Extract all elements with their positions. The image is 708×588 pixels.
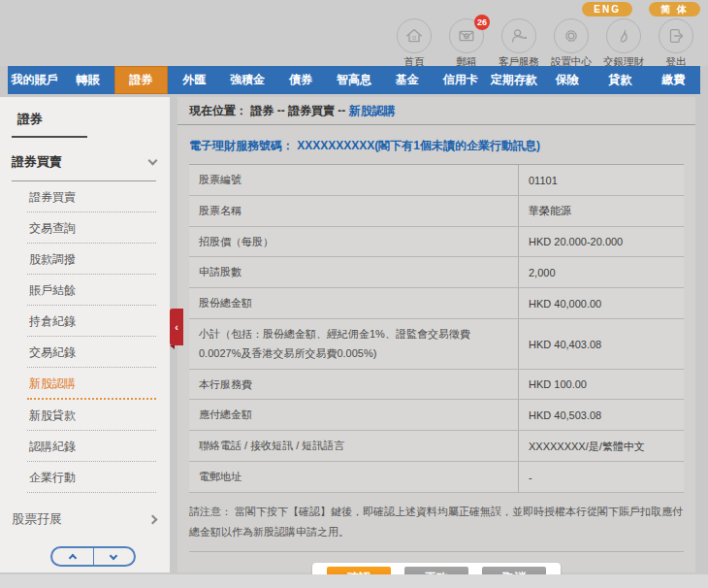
ebanking-service-number: 電子理財服務號碼： XXXXXXXXXX(閣下有1個未讀的企業行動訊息) bbox=[189, 138, 684, 154]
home-icon bbox=[397, 18, 432, 53]
row-value-contact-phone: XXXXXXXX/是/繁體中文 bbox=[519, 431, 684, 461]
main-nav: 我的賬戶 轉賬 證券 外匯 強積金 債券 智高息 基金 信用卡 定期存款 保險 … bbox=[8, 66, 700, 94]
row-value-stock-code: 01101 bbox=[519, 165, 684, 195]
nav-bonds[interactable]: 債券 bbox=[274, 66, 328, 94]
sidebar-section-label: 證券買賣 bbox=[12, 153, 62, 171]
nav-funds[interactable]: 基金 bbox=[380, 66, 434, 94]
mailbox-shortcut[interactable]: 26 郵箱 bbox=[440, 18, 493, 69]
sidebar-item-ipo-loan[interactable]: 新股貸款 bbox=[27, 400, 156, 431]
table-row: 小計（包括：股份總金額、經紀佣金1%、證監會交易徵費0.0027%及香港交易所交… bbox=[189, 319, 684, 370]
sidebar-item-corporate-action[interactable]: 企業行動 bbox=[27, 462, 156, 493]
ipo-detail-table: 股票編號 01101 股票名稱 華榮能源 招股價（每股） HKD 20.000-… bbox=[189, 164, 684, 493]
mail-icon: 26 bbox=[449, 18, 484, 53]
breadcrumb-prefix: 現在位置： 證券 -- 證券買賣 -- bbox=[189, 104, 349, 117]
row-label-email: 電郵地址 bbox=[189, 462, 519, 492]
table-row: 股票編號 01101 bbox=[189, 165, 684, 196]
bottom-strip bbox=[0, 574, 708, 588]
nav-time-deposit[interactable]: 定期存款 bbox=[487, 66, 540, 94]
main-panel: 現在位置： 證券 -- 證券買賣 -- 新股認購 電子理財服務號碼： XXXXX… bbox=[177, 97, 695, 572]
settings-shortcut[interactable]: 設置中心 bbox=[545, 18, 597, 69]
row-label-total-payable: 應付總金額 bbox=[189, 400, 519, 430]
top-header: ENG 简 体 首頁 26 郵箱 bbox=[0, 0, 708, 66]
sidebar-item-securities-trading[interactable]: 證券買賣 bbox=[27, 181, 156, 212]
sidebar-item-ipo-subscription[interactable]: 新股認購 bbox=[27, 368, 156, 400]
sidebar-title: 證券 bbox=[17, 111, 170, 128]
row-value-total-payable: HKD 40,503.08 bbox=[519, 400, 684, 430]
sidebar-section2-label: 股票孖展 bbox=[12, 510, 62, 528]
settings-icon bbox=[554, 18, 589, 53]
logout-shortcut[interactable]: 登出 bbox=[650, 18, 702, 69]
sidebar-item-order-enquiry[interactable]: 交易查詢 bbox=[27, 212, 156, 244]
bocom-wealth-icon bbox=[606, 18, 641, 53]
confirmation-note: 請注意： 當閣下按下【確認】鍵後，即確認上述資料均屬正確無誤，並即時授權本行從閣… bbox=[189, 502, 684, 552]
table-row: 股票名稱 華榮能源 bbox=[189, 196, 684, 227]
chevron-down-icon bbox=[110, 551, 117, 559]
row-label-contact-phone: 聯絡電話 / 接收短訊 / 短訊語言 bbox=[189, 431, 519, 461]
sidebar-title-rule bbox=[12, 136, 87, 138]
sidebar-item-portfolio[interactable]: 持倉紀錄 bbox=[27, 306, 156, 337]
sidebar-item-fund-transfer[interactable]: 股款調撥 bbox=[27, 244, 156, 275]
table-row: 股份總金額 HKD 40,000.00 bbox=[189, 288, 684, 319]
sidebar-item-subscription-history[interactable]: 認購紀錄 bbox=[27, 431, 156, 462]
breadcrumb: 現在位置： 證券 -- 證券買賣 -- 新股認購 bbox=[177, 97, 695, 125]
row-value-share-amount: HKD 40,000.00 bbox=[519, 288, 684, 318]
nav-loans[interactable]: 貸款 bbox=[594, 66, 647, 94]
nav-securities[interactable]: 證券 bbox=[114, 66, 168, 94]
table-row: 應付總金額 HKD 40,503.08 bbox=[189, 400, 684, 431]
row-value-subtotal: HKD 40,403.08 bbox=[519, 319, 684, 369]
sidebar-section-margin-trading[interactable]: 股票孖展 bbox=[12, 510, 156, 528]
nav-transfer[interactable]: 轉賬 bbox=[61, 66, 114, 94]
chevron-up-icon bbox=[69, 554, 77, 562]
bocom-wealth-shortcut[interactable]: 交銀理財 bbox=[597, 18, 650, 69]
scroll-down-button[interactable] bbox=[93, 548, 135, 565]
row-label-share-amount: 股份總金額 bbox=[189, 288, 519, 318]
nav-my-accounts[interactable]: 我的賬戶 bbox=[8, 66, 61, 94]
row-value-email: - bbox=[519, 462, 684, 492]
home-shortcut[interactable]: 首頁 bbox=[388, 18, 440, 69]
chevron-right-icon bbox=[148, 514, 158, 524]
row-label-bank-fee: 本行服務費 bbox=[189, 370, 519, 400]
sidebar-collapse-handle[interactable]: ‹ bbox=[170, 309, 183, 345]
sidebar-item-account-balance[interactable]: 賬戶結餘 bbox=[27, 275, 156, 306]
nav-mpf[interactable]: 強積金 bbox=[221, 66, 274, 94]
nav-credit-card[interactable]: 信用卡 bbox=[434, 66, 487, 94]
customer-service-shortcut[interactable]: 客戶服務 bbox=[493, 18, 545, 69]
table-row: 聯絡電話 / 接收短訊 / 短訊語言 XXXXXXXX/是/繁體中文 bbox=[189, 431, 684, 462]
header-icon-row: 首頁 26 郵箱 客戶服務 bbox=[388, 18, 702, 69]
sidebar-pager bbox=[50, 546, 136, 567]
row-label-offer-price: 招股價（每股） bbox=[189, 227, 519, 257]
language-simplified-button[interactable]: 简 体 bbox=[649, 2, 700, 16]
chevron-down-icon bbox=[148, 156, 158, 166]
nav-smart-interest[interactable]: 智高息 bbox=[328, 66, 381, 94]
logout-icon bbox=[659, 18, 693, 53]
table-row: 申請股數 2,000 bbox=[189, 257, 684, 288]
unread-mail-badge: 26 bbox=[474, 15, 490, 30]
row-value-stock-name: 華榮能源 bbox=[519, 196, 684, 226]
row-value-offer-price: HKD 20.000-20.000 bbox=[519, 227, 684, 257]
language-eng-button[interactable]: ENG bbox=[582, 2, 632, 16]
table-row: 本行服務費 HKD 100.00 bbox=[189, 370, 684, 401]
row-label-applied-shares: 申請股數 bbox=[189, 257, 519, 287]
sidebar-section-securities-trading[interactable]: 證券買賣 bbox=[12, 153, 156, 171]
row-value-bank-fee: HKD 100.00 bbox=[519, 370, 684, 400]
row-value-applied-shares: 2,000 bbox=[519, 257, 684, 287]
nav-fx[interactable]: 外匯 bbox=[168, 66, 221, 94]
scroll-up-button[interactable] bbox=[52, 548, 93, 565]
row-label-subtotal: 小計（包括：股份總金額、經紀佣金1%、證監會交易徵費0.0027%及香港交易所交… bbox=[189, 319, 519, 369]
nav-bill-payment[interactable]: 繳費 bbox=[647, 66, 700, 94]
chevron-left-icon: ‹ bbox=[175, 321, 178, 333]
row-label-stock-name: 股票名稱 bbox=[189, 196, 519, 226]
table-row: 電郵地址 - bbox=[189, 462, 684, 493]
table-row: 招股價（每股） HKD 20.000-20.000 bbox=[189, 227, 684, 258]
sidebar-item-transaction-history[interactable]: 交易紀錄 bbox=[27, 337, 156, 368]
sidebar: 證券 證券買賣 證券買賣 交易查詢 股款調撥 賬戶結餘 持倉紀錄 交易紀錄 新股… bbox=[0, 97, 170, 572]
customer-service-icon bbox=[501, 18, 536, 53]
row-label-stock-code: 股票編號 bbox=[189, 165, 519, 195]
nav-insurance[interactable]: 保險 bbox=[540, 66, 594, 94]
breadcrumb-current[interactable]: 新股認購 bbox=[349, 104, 396, 117]
